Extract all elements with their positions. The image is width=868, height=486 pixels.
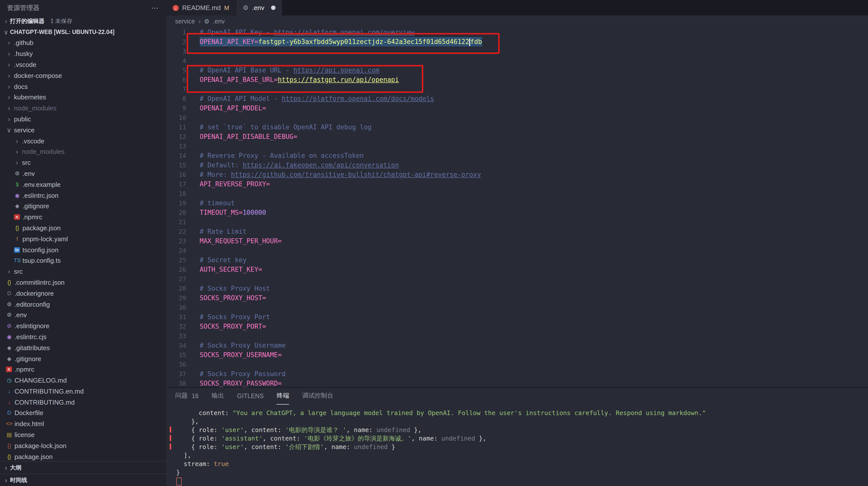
line-number[interactable]: 8 — [166, 94, 200, 104]
tree-file-contributing-md[interactable]: ↓CONTRIBUTING.md — [0, 397, 166, 408]
tree-file-gitignore[interactable]: ◆.gitignore — [0, 201, 166, 212]
breadcrumb-folder[interactable]: service — [175, 18, 195, 25]
tree-file-eslintignore[interactable]: ⊘.eslintignore — [0, 320, 166, 332]
code-line[interactable]: 28# Socks Proxy Host — [166, 284, 868, 293]
panel-tab-[interactable]: 调试控制台 — [302, 388, 334, 405]
line-number[interactable]: 22 — [166, 227, 200, 236]
line-number[interactable]: 29 — [166, 293, 200, 303]
code-line[interactable]: 7 — [166, 84, 868, 94]
code-line[interactable]: 22# Rate Limit — [166, 227, 868, 236]
code-line[interactable]: 32SOCKS_PROXY_PORT= — [166, 322, 868, 331]
line-number[interactable]: 1 — [166, 27, 200, 37]
line-number[interactable]: 14 — [166, 151, 200, 160]
panel-tab-[interactable]: 问题16 — [175, 388, 199, 405]
tree-folder-docker-compose[interactable]: ›docker-compose — [0, 70, 166, 81]
line-number[interactable]: 37 — [166, 369, 200, 379]
timeline-section[interactable]: › 时间线 — [0, 474, 166, 486]
line-number[interactable]: 36 — [166, 360, 200, 369]
line-number[interactable]: 38 — [166, 379, 200, 387]
tree-folder-docs[interactable]: ›docs — [0, 81, 166, 92]
tree-file-license[interactable]: ▤license — [0, 429, 166, 440]
tree-folder-public[interactable]: ›public — [0, 114, 166, 125]
code-line[interactable]: 25# Secret key — [166, 255, 868, 265]
code-line[interactable]: 19# timeout — [166, 198, 868, 208]
code-line[interactable]: 24 — [166, 246, 868, 255]
line-number[interactable]: 7 — [166, 84, 200, 94]
panel-tab-[interactable]: 输出 — [212, 388, 224, 405]
code-line[interactable]: 17API_REVERSE_PROXY= — [166, 179, 868, 189]
link-text[interactable]: https://ai.fakeopen.com/api/conversation — [243, 161, 399, 169]
code-line[interactable]: 11# set `true` to disable OpenAI API deb… — [166, 122, 868, 132]
code-line[interactable]: 5# OpenAI API Base URL - https://api.ope… — [166, 65, 868, 75]
tab-env[interactable]: ⚙.env — [236, 0, 282, 16]
code-line[interactable]: 15# Default: https://ai.fakeopen.com/api… — [166, 160, 868, 170]
tree-file-npmrc[interactable]: n.npmrc — [0, 212, 166, 223]
code-line[interactable]: 27 — [166, 274, 868, 284]
link-text[interactable]: https://platform.openai.com/overview — [274, 28, 414, 36]
tree-file-dockerignore[interactable]: D.dockerignore — [0, 288, 166, 299]
line-number[interactable]: 17 — [166, 179, 200, 189]
line-number[interactable]: 9 — [166, 104, 200, 113]
code-line[interactable]: 35SOCKS_PROXY_USERNAME= — [166, 350, 868, 360]
code-line[interactable]: 13 — [166, 141, 868, 151]
tree-file-eslintrc-json[interactable]: ◉.eslintrc.json — [0, 190, 166, 201]
line-number[interactable]: 34 — [166, 341, 200, 350]
line-number[interactable]: 10 — [166, 113, 200, 122]
tree-file-npmrc[interactable]: n.npmrc — [0, 364, 166, 375]
line-number[interactable]: 31 — [166, 312, 200, 322]
code-line[interactable]: 9OPENAI_API_MODEL= — [166, 104, 868, 113]
tree-folder-kubernetes[interactable]: ›kubernetes — [0, 92, 166, 103]
tree-file-editorconfig[interactable]: ⚙.editorconfig — [0, 299, 166, 310]
line-number[interactable]: 16 — [166, 170, 200, 179]
code-line[interactable]: 2OPENAI_API_KEY=fastgpt-y6b3axfbdd5wyp01… — [166, 37, 868, 47]
tree-file-dockerfile[interactable]: DDockerfile — [0, 407, 166, 419]
terminal-output[interactable]: content: "You are ChatGPT, a large langu… — [166, 405, 868, 486]
code-line[interactable]: 29SOCKS_PROXY_HOST= — [166, 293, 868, 303]
open-editors-section[interactable]: › 打开的编辑器 1 未保存 — [0, 16, 166, 26]
line-number[interactable]: 25 — [166, 255, 200, 265]
tree-folder-src[interactable]: ›src — [0, 266, 166, 277]
tree-folder-node-modules[interactable]: ›node_modules — [0, 146, 166, 158]
tree-file-package-json[interactable]: {}package.json — [0, 451, 166, 461]
line-number[interactable]: 15 — [166, 160, 200, 170]
tree-folder-src[interactable]: ›src — [0, 158, 166, 168]
tree-file-tsup-config-ts[interactable]: TStsup.config.ts — [0, 255, 166, 266]
code-line[interactable]: 6OPENAI_API_BASE_URL=https://fastgpt.run… — [166, 75, 868, 84]
line-number[interactable]: 21 — [166, 217, 200, 227]
code-line[interactable]: 20TIMEOUT_MS=100000 — [166, 208, 868, 217]
tree-folder-node-modules[interactable]: ›node_modules — [0, 103, 166, 114]
line-number[interactable]: 24 — [166, 246, 200, 255]
code-line[interactable]: 36 — [166, 360, 868, 369]
code-line[interactable]: 23MAX_REQUEST_PER_HOUR= — [166, 236, 868, 246]
line-number[interactable]: 2 — [166, 37, 200, 47]
code-line[interactable]: 31# Socks Proxy Port — [166, 312, 868, 322]
tab-readme[interactable]: ↓README.mdM — [166, 0, 236, 16]
tree-file-eslintrc-cjs[interactable]: ◉.eslintrc.cjs — [0, 332, 166, 342]
code-line[interactable]: 8# OpenAI API Model - https://platform.o… — [166, 94, 868, 104]
code-line[interactable]: 10 — [166, 113, 868, 122]
link-text[interactable]: https://platform.openai.com/docs/models — [282, 95, 434, 103]
code-line[interactable]: 30 — [166, 303, 868, 312]
line-number[interactable]: 5 — [166, 65, 200, 75]
tree-file-gitignore[interactable]: ◆.gitignore — [0, 353, 166, 364]
tree-folder-service[interactable]: ∨service — [0, 125, 166, 136]
code-line[interactable]: 16# More: https://github.com/transitive-… — [166, 170, 868, 179]
tree-folder-husky[interactable]: ›.husky — [0, 49, 166, 59]
tree-file-env[interactable]: ⚙.env — [0, 168, 166, 179]
line-number[interactable]: 23 — [166, 236, 200, 246]
code-line[interactable]: 12OPENAI_API_DISABLE_DEBUG= — [166, 132, 868, 141]
code-line[interactable]: 3 — [166, 47, 868, 56]
code-line[interactable]: 38SOCKS_PROXY_PASSWORD= — [166, 379, 868, 387]
line-number[interactable]: 26 — [166, 265, 200, 274]
panel-tab-[interactable]: 终端 — [277, 388, 289, 405]
code-line[interactable]: 1# OpenAI API Key - https://platform.ope… — [166, 27, 868, 37]
tree-file-gitattributes[interactable]: ◆.gitattributes — [0, 342, 166, 353]
line-number[interactable]: 33 — [166, 331, 200, 341]
tree-folder-vscode[interactable]: ›.vscode — [0, 59, 166, 70]
tree-file-env[interactable]: ⚙.env — [0, 310, 166, 321]
tree-file-index-html[interactable]: <>index.html — [0, 419, 166, 430]
more-actions-icon[interactable]: ⋯ — [151, 3, 159, 12]
line-number[interactable]: 4 — [166, 56, 200, 65]
line-number[interactable]: 30 — [166, 303, 200, 312]
line-number[interactable]: 20 — [166, 208, 200, 217]
